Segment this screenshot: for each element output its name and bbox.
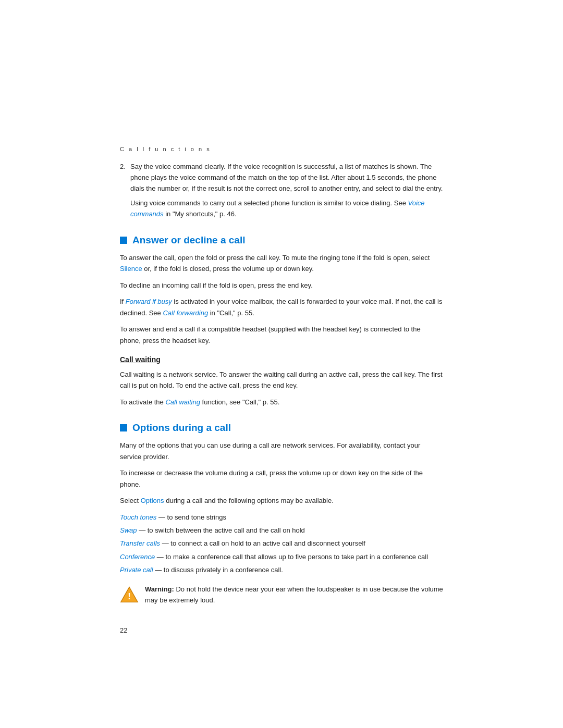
call-waiting-para-2: To activate the Call waiting function, s… <box>120 397 443 408</box>
private-call-line: Private call — to discuss privately in a… <box>120 564 443 575</box>
call-forwarding-link[interactable]: Call forwarding <box>163 309 208 317</box>
call-waiting-para-1: Call waiting is a network service. To an… <box>120 369 443 391</box>
call-waiting-heading-text: Call waiting <box>120 355 443 364</box>
transfer-calls-line: Transfer calls — to connect a call on ho… <box>120 538 443 549</box>
warning-text: Warning: Do not hold the device near you… <box>145 584 443 606</box>
warning-label: Warning: <box>145 585 174 593</box>
options-heading-text: Options during a call <box>132 422 231 434</box>
answer-para-3: If Forward if busy is activated in your … <box>120 296 443 318</box>
options-para-3: Select Options during a call and the fol… <box>120 495 443 506</box>
answer-para-2: To decline an incoming call if the fold … <box>120 280 443 291</box>
svg-text:!: ! <box>128 591 130 601</box>
call-waiting-heading: Call waiting <box>120 355 443 364</box>
intro-item-text: Say the voice command clearly. If the vo… <box>130 163 443 192</box>
answer-para-4: To answer and end a call if a compatible… <box>120 324 443 346</box>
forward-if-busy-link[interactable]: Forward if busy <box>126 298 172 305</box>
options-section-heading: Options during a call <box>120 422 443 434</box>
options-link[interactable]: Options <box>141 497 164 504</box>
touch-tones-line: Touch tones — to send tone strings <box>120 512 443 523</box>
warning-triangle-icon: ! <box>120 585 139 604</box>
private-call-link[interactable]: Private call <box>120 566 153 574</box>
warning-body: Do not hold the device near your ear whe… <box>145 585 443 604</box>
swap-link[interactable]: Swap <box>120 526 137 534</box>
page-content: C a l l f u n c t i o n s Say the voice … <box>120 0 443 728</box>
section-label: C a l l f u n c t i o n s <box>120 146 443 152</box>
call-waiting-link[interactable]: Call waiting <box>165 398 200 406</box>
touch-tones-link[interactable]: Touch tones <box>120 513 156 521</box>
options-para-2: To increase or decrease the volume durin… <box>120 467 443 490</box>
answer-para-1: To answer the call, open the fold or pre… <box>120 252 443 275</box>
intro-subpara: Using voice commands to carry out a sele… <box>130 198 443 220</box>
conference-line: Conference — to make a conference call t… <box>120 551 443 562</box>
conference-link[interactable]: Conference <box>120 553 155 561</box>
answer-heading-text: Answer or decline a call <box>132 235 245 246</box>
options-blue-square-icon <box>120 424 127 431</box>
intro-item-2: Say the voice command clearly. If the vo… <box>120 162 443 220</box>
swap-line: Swap — to switch between the active call… <box>120 525 443 536</box>
silence-link[interactable]: Silence <box>120 265 142 273</box>
answer-blue-square-icon <box>120 237 127 244</box>
transfer-calls-link[interactable]: Transfer calls <box>120 539 160 547</box>
page-number: 22 <box>120 626 443 634</box>
options-para-1: Many of the options that you can use dur… <box>120 440 443 462</box>
warning-box: ! Warning: Do not hold the device near y… <box>120 584 443 606</box>
answer-section-heading: Answer or decline a call <box>120 235 443 246</box>
